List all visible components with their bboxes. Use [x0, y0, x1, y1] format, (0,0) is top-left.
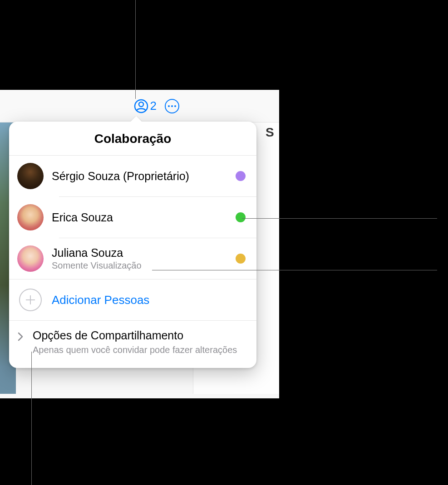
popover-arrow	[131, 116, 142, 122]
participant-row[interactable]: Erica Souza	[9, 197, 256, 238]
svg-point-1	[139, 102, 143, 107]
participant-row[interactable]: Juliana Souza Somente Visualização	[9, 238, 256, 279]
popover-title: Colaboração	[9, 122, 256, 156]
add-people-label: Adicionar Pessoas	[52, 293, 149, 307]
callout-line	[135, 0, 136, 99]
chevron-right-icon	[17, 329, 27, 343]
status-dot	[236, 254, 246, 264]
collaboration-popover: Colaboração Sérgio Souza (Proprietário) …	[9, 122, 256, 368]
more-button[interactable]	[165, 99, 179, 113]
participant-name: Juliana Souza	[52, 246, 227, 260]
callout-line	[152, 270, 437, 270]
avatar	[17, 245, 44, 272]
share-options-button[interactable]: Opções de Compartilhamento Apenas quem v…	[9, 321, 256, 368]
add-people-button[interactable]: Adicionar Pessoas	[9, 279, 256, 320]
callout-line	[242, 218, 437, 219]
plus-circle-icon	[19, 289, 42, 311]
status-dot	[236, 171, 246, 181]
partial-text: S	[266, 125, 274, 140]
collaboration-button[interactable]: 2	[134, 99, 157, 113]
collab-count: 2	[150, 99, 157, 113]
participant-name: Sérgio Souza (Proprietário)	[52, 170, 227, 183]
person-circle-icon	[134, 99, 148, 113]
share-options-title: Opções de Compartilhamento	[33, 329, 246, 342]
avatar	[17, 204, 44, 230]
participant-name: Erica Souza	[52, 211, 227, 224]
share-options-subtitle: Apenas quem você convidar pode fazer alt…	[33, 344, 246, 356]
callout-line	[31, 352, 32, 485]
participant-permission: Somente Visualização	[52, 260, 227, 271]
status-dot	[236, 212, 246, 222]
ellipsis-icon	[168, 105, 176, 107]
participant-row-owner[interactable]: Sérgio Souza (Proprietário)	[9, 156, 256, 196]
avatar	[17, 163, 44, 189]
